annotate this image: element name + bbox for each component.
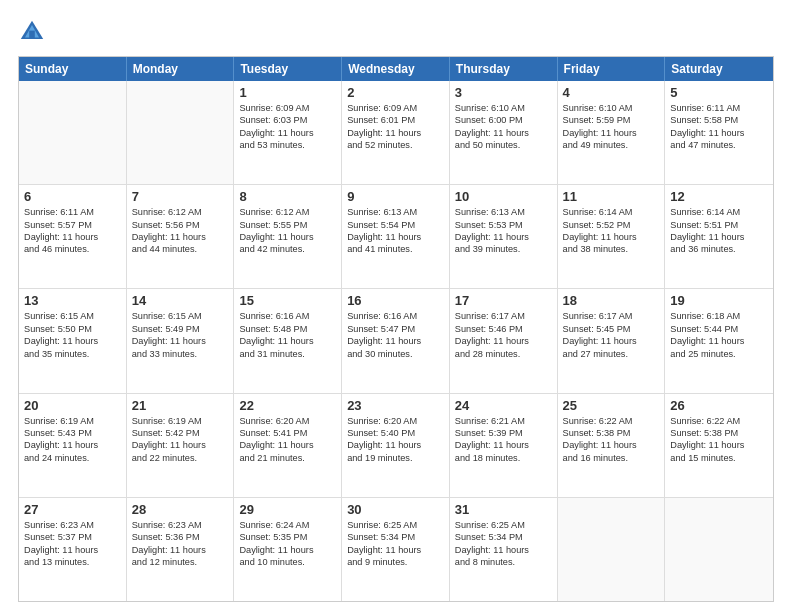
day-cell-27: 27Sunrise: 6:23 AMSunset: 5:37 PMDayligh… xyxy=(19,498,127,601)
day-number: 14 xyxy=(132,293,229,308)
sunset-text: Sunset: 5:44 PM xyxy=(670,323,768,335)
day-cell-18: 18Sunrise: 6:17 AMSunset: 5:45 PMDayligh… xyxy=(558,289,666,392)
daylight-text-1: Daylight: 11 hours xyxy=(670,439,768,451)
day-number: 12 xyxy=(670,189,768,204)
logo xyxy=(18,18,52,46)
sunset-text: Sunset: 5:45 PM xyxy=(563,323,660,335)
daylight-text-2: and 50 minutes. xyxy=(455,139,552,151)
day-cell-25: 25Sunrise: 6:22 AMSunset: 5:38 PMDayligh… xyxy=(558,394,666,497)
day-cell-5: 5Sunrise: 6:11 AMSunset: 5:58 PMDaylight… xyxy=(665,81,773,184)
day-number: 29 xyxy=(239,502,336,517)
daylight-text-2: and 22 minutes. xyxy=(132,452,229,464)
day-number: 25 xyxy=(563,398,660,413)
daylight-text-1: Daylight: 11 hours xyxy=(670,335,768,347)
sunrise-text: Sunrise: 6:11 AM xyxy=(670,102,768,114)
sunrise-text: Sunrise: 6:22 AM xyxy=(670,415,768,427)
daylight-text-1: Daylight: 11 hours xyxy=(132,439,229,451)
header xyxy=(18,18,774,46)
daylight-text-2: and 41 minutes. xyxy=(347,243,444,255)
daylight-text-2: and 30 minutes. xyxy=(347,348,444,360)
sunrise-text: Sunrise: 6:09 AM xyxy=(347,102,444,114)
sunset-text: Sunset: 5:53 PM xyxy=(455,219,552,231)
header-day-wednesday: Wednesday xyxy=(342,57,450,81)
sunset-text: Sunset: 5:34 PM xyxy=(347,531,444,543)
sunrise-text: Sunrise: 6:18 AM xyxy=(670,310,768,322)
day-cell-7: 7Sunrise: 6:12 AMSunset: 5:56 PMDaylight… xyxy=(127,185,235,288)
day-number: 31 xyxy=(455,502,552,517)
sunset-text: Sunset: 5:46 PM xyxy=(455,323,552,335)
day-cell-15: 15Sunrise: 6:16 AMSunset: 5:48 PMDayligh… xyxy=(234,289,342,392)
sunrise-text: Sunrise: 6:09 AM xyxy=(239,102,336,114)
daylight-text-2: and 27 minutes. xyxy=(563,348,660,360)
sunrise-text: Sunrise: 6:13 AM xyxy=(455,206,552,218)
day-number: 23 xyxy=(347,398,444,413)
daylight-text-1: Daylight: 11 hours xyxy=(563,127,660,139)
daylight-text-2: and 21 minutes. xyxy=(239,452,336,464)
daylight-text-1: Daylight: 11 hours xyxy=(455,544,552,556)
sunset-text: Sunset: 5:43 PM xyxy=(24,427,121,439)
day-cell-14: 14Sunrise: 6:15 AMSunset: 5:49 PMDayligh… xyxy=(127,289,235,392)
logo-icon xyxy=(18,18,46,46)
day-cell-11: 11Sunrise: 6:14 AMSunset: 5:52 PMDayligh… xyxy=(558,185,666,288)
sunset-text: Sunset: 5:55 PM xyxy=(239,219,336,231)
daylight-text-1: Daylight: 11 hours xyxy=(239,439,336,451)
day-number: 30 xyxy=(347,502,444,517)
daylight-text-2: and 39 minutes. xyxy=(455,243,552,255)
sunset-text: Sunset: 5:38 PM xyxy=(563,427,660,439)
day-number: 11 xyxy=(563,189,660,204)
daylight-text-1: Daylight: 11 hours xyxy=(455,127,552,139)
daylight-text-2: and 35 minutes. xyxy=(24,348,121,360)
day-cell-26: 26Sunrise: 6:22 AMSunset: 5:38 PMDayligh… xyxy=(665,394,773,497)
daylight-text-2: and 49 minutes. xyxy=(563,139,660,151)
sunset-text: Sunset: 5:40 PM xyxy=(347,427,444,439)
daylight-text-1: Daylight: 11 hours xyxy=(670,231,768,243)
empty-cell xyxy=(19,81,127,184)
day-cell-4: 4Sunrise: 6:10 AMSunset: 5:59 PMDaylight… xyxy=(558,81,666,184)
sunrise-text: Sunrise: 6:25 AM xyxy=(347,519,444,531)
day-number: 8 xyxy=(239,189,336,204)
sunset-text: Sunset: 6:01 PM xyxy=(347,114,444,126)
empty-cell xyxy=(558,498,666,601)
daylight-text-1: Daylight: 11 hours xyxy=(563,439,660,451)
daylight-text-2: and 42 minutes. xyxy=(239,243,336,255)
sunrise-text: Sunrise: 6:12 AM xyxy=(239,206,336,218)
sunset-text: Sunset: 5:47 PM xyxy=(347,323,444,335)
daylight-text-1: Daylight: 11 hours xyxy=(347,335,444,347)
svg-rect-2 xyxy=(29,31,35,39)
day-number: 9 xyxy=(347,189,444,204)
daylight-text-1: Daylight: 11 hours xyxy=(563,335,660,347)
sunset-text: Sunset: 5:51 PM xyxy=(670,219,768,231)
sunset-text: Sunset: 5:57 PM xyxy=(24,219,121,231)
calendar-body: 1Sunrise: 6:09 AMSunset: 6:03 PMDaylight… xyxy=(19,81,773,601)
daylight-text-2: and 53 minutes. xyxy=(239,139,336,151)
sunset-text: Sunset: 5:52 PM xyxy=(563,219,660,231)
daylight-text-1: Daylight: 11 hours xyxy=(347,127,444,139)
daylight-text-1: Daylight: 11 hours xyxy=(24,544,121,556)
day-number: 21 xyxy=(132,398,229,413)
day-cell-3: 3Sunrise: 6:10 AMSunset: 6:00 PMDaylight… xyxy=(450,81,558,184)
sunset-text: Sunset: 5:50 PM xyxy=(24,323,121,335)
empty-cell xyxy=(127,81,235,184)
daylight-text-2: and 33 minutes. xyxy=(132,348,229,360)
sunrise-text: Sunrise: 6:20 AM xyxy=(347,415,444,427)
day-number: 15 xyxy=(239,293,336,308)
day-number: 27 xyxy=(24,502,121,517)
daylight-text-2: and 44 minutes. xyxy=(132,243,229,255)
sunrise-text: Sunrise: 6:15 AM xyxy=(24,310,121,322)
daylight-text-1: Daylight: 11 hours xyxy=(347,544,444,556)
sunrise-text: Sunrise: 6:21 AM xyxy=(455,415,552,427)
sunrise-text: Sunrise: 6:16 AM xyxy=(239,310,336,322)
day-number: 3 xyxy=(455,85,552,100)
day-cell-8: 8Sunrise: 6:12 AMSunset: 5:55 PMDaylight… xyxy=(234,185,342,288)
sunrise-text: Sunrise: 6:20 AM xyxy=(239,415,336,427)
day-cell-9: 9Sunrise: 6:13 AMSunset: 5:54 PMDaylight… xyxy=(342,185,450,288)
daylight-text-2: and 16 minutes. xyxy=(563,452,660,464)
sunrise-text: Sunrise: 6:25 AM xyxy=(455,519,552,531)
sunrise-text: Sunrise: 6:11 AM xyxy=(24,206,121,218)
sunrise-text: Sunrise: 6:10 AM xyxy=(563,102,660,114)
daylight-text-1: Daylight: 11 hours xyxy=(239,335,336,347)
daylight-text-2: and 46 minutes. xyxy=(24,243,121,255)
daylight-text-2: and 31 minutes. xyxy=(239,348,336,360)
calendar-row-4: 27Sunrise: 6:23 AMSunset: 5:37 PMDayligh… xyxy=(19,497,773,601)
sunset-text: Sunset: 5:41 PM xyxy=(239,427,336,439)
